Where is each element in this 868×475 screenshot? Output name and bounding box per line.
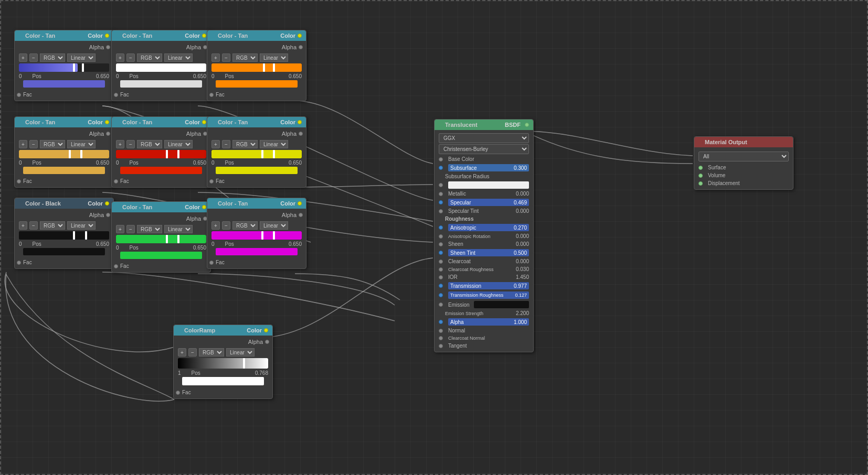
btn-minus[interactable]: − [126,140,135,148]
btn-plus[interactable]: + [116,140,124,148]
ior-socket[interactable] [439,275,443,279]
gradient-slider[interactable] [19,231,109,240]
interp-select[interactable]: Linear [260,53,288,62]
emission-socket[interactable] [439,303,443,307]
interp-select[interactable]: Linear [67,221,96,230]
output-color-socket[interactable] [298,34,302,38]
gradient-slider[interactable] [116,63,206,72]
alpha-socket[interactable] [299,45,303,49]
alpha-socket[interactable] [106,132,110,136]
anisotropic-bar[interactable]: Anisotropic 0.270 [448,224,529,231]
fac-socket-out[interactable] [17,179,21,183]
btn-minus[interactable]: − [126,53,135,62]
btn-plus[interactable]: + [19,140,27,148]
btn-minus[interactable]: − [188,348,197,357]
gradient-slider[interactable] [178,358,268,369]
fac-socket-out[interactable] [17,261,21,265]
surface-socket-in[interactable] [698,166,703,170]
rgb-select[interactable]: RGB [40,221,65,230]
alpha-socket-translucent[interactable] [439,320,443,324]
clearcoat-roughness-socket[interactable] [439,267,443,272]
subsurface-col-socket[interactable] [439,183,443,187]
christensen-select[interactable]: Christensen-Burley [439,144,529,154]
sheen-socket[interactable] [439,242,443,246]
node-header-color-tan-8[interactable]: Color - Tan Color [207,198,306,209]
fac-socket-out[interactable] [114,179,118,183]
output-color-socket[interactable] [298,201,302,206]
subsurface-col-bar[interactable] [448,181,529,189]
base-color-socket[interactable] [439,157,443,161]
fac-socket-out[interactable] [209,179,214,183]
fac-socket-out[interactable] [209,93,214,97]
alpha-socket[interactable] [106,45,110,49]
alpha-socket[interactable] [265,340,269,344]
alpha-socket[interactable] [299,213,303,217]
node-header-color-tan-5[interactable]: Color - Tan Color [112,117,210,127]
btn-minus[interactable]: − [126,225,135,233]
rgb-select[interactable]: RGB [199,348,224,357]
btn-plus[interactable]: + [116,225,124,233]
interp-select[interactable]: Linear [260,221,288,230]
gradient-slider[interactable] [116,150,206,158]
rgb-select[interactable]: RGB [232,53,258,62]
rgb-select[interactable]: RGB [40,53,65,62]
transmission-bar[interactable]: Transmission 0.977 [448,282,529,289]
node-header-color-tan-7[interactable]: Color - Tan Color [112,202,210,212]
interp-select[interactable]: Linear [164,140,193,148]
node-header-color-tan-1[interactable]: Color - Tan Color [15,30,113,41]
sheen-tint-bar[interactable]: Sheen Tint 0.500 [448,249,529,256]
node-header-color-tan-6[interactable]: Color - Tan Color [207,117,306,127]
node-header-translucent[interactable]: Translucent BSDF [435,120,533,130]
output-color-socket[interactable] [105,34,109,38]
specular-socket[interactable] [439,200,443,204]
aniso-rotation-socket[interactable] [439,234,443,239]
rgb-select[interactable]: RGB [232,221,258,230]
rgb-select[interactable]: RGB [137,53,162,62]
node-header-color-black[interactable]: Color - Black Color [15,198,113,209]
subsurface-bar[interactable]: Subsurface 0.300 [448,164,529,171]
fac-socket-out[interactable] [209,261,214,265]
interp-select[interactable]: Linear [67,53,96,62]
gradient-slider[interactable] [116,235,206,243]
btn-plus[interactable]: + [178,348,186,357]
btn-plus[interactable]: + [211,221,220,230]
fac-socket-out[interactable] [17,93,21,97]
btn-plus[interactable]: + [211,53,220,62]
gradient-slider[interactable] [19,63,109,72]
metallic-socket[interactable] [439,192,443,196]
anisotropic-socket[interactable] [439,225,443,230]
node-header-color-ramp[interactable]: ColorRamp Color [174,325,272,336]
bsdf-socket[interactable] [525,123,529,127]
target-select[interactable]: All [698,152,789,161]
rgb-select[interactable]: RGB [137,140,162,148]
node-header-color-tan-4[interactable]: Color - Tan Color [15,117,113,127]
btn-minus[interactable]: − [29,140,38,148]
output-color-socket[interactable] [264,328,268,332]
btn-plus[interactable]: + [19,53,27,62]
output-color-socket[interactable] [202,205,206,209]
node-editor-canvas[interactable]: Color - Tan Color Alpha + − RGB Linear [0,0,868,475]
gradient-slider[interactable] [211,231,302,240]
subsurface-socket[interactable] [439,166,443,170]
node-header-material-output[interactable]: Material Output [694,137,793,147]
gradient-slider[interactable] [211,150,302,158]
specular-bar[interactable]: Specular 0.469 [448,199,529,206]
tangent-socket[interactable] [439,344,443,348]
normal-socket[interactable] [439,329,443,333]
btn-plus[interactable]: + [19,221,27,230]
transmission-socket[interactable] [439,284,443,288]
alpha-socket[interactable] [106,213,110,217]
btn-plus[interactable]: + [211,140,220,148]
btn-minus[interactable]: − [222,140,230,148]
rgb-select[interactable]: RGB [232,140,258,148]
interp-select[interactable]: Linear [67,140,96,148]
fac-socket-out[interactable] [114,93,118,97]
specular-tint-socket[interactable] [439,209,443,213]
ggx-select[interactable]: GGX [439,133,529,143]
clearcoat-normal-socket[interactable] [439,336,443,340]
alpha-socket[interactable] [299,132,303,136]
output-color-socket[interactable] [105,201,109,206]
rgb-select[interactable]: RGB [40,140,65,148]
volume-socket-in[interactable] [698,174,703,178]
btn-minus[interactable]: − [29,221,38,230]
